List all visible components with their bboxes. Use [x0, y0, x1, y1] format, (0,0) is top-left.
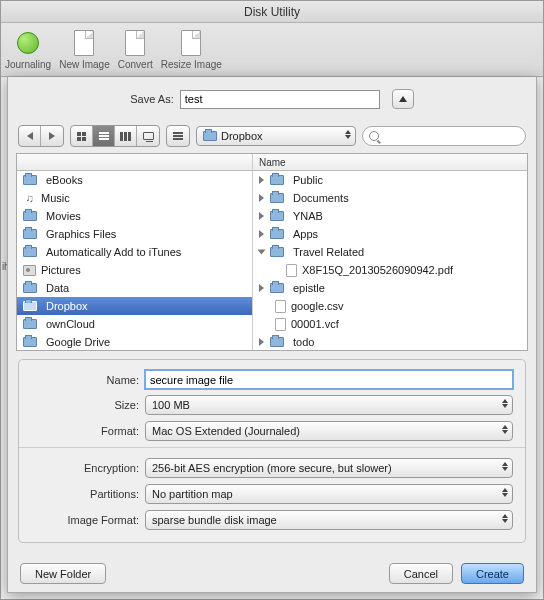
file-name: google.csv: [291, 300, 344, 312]
sidebar-item[interactable]: Data: [17, 279, 252, 297]
folder-icon: [23, 229, 37, 239]
file-row[interactable]: 00001.vcf: [253, 315, 527, 333]
location-popup[interactable]: Dropbox: [196, 126, 356, 146]
sidebar-item[interactable]: Graphics Files: [17, 225, 252, 243]
sidebar-item[interactable]: ownCloud: [17, 315, 252, 333]
sidebar-item-label: Pictures: [41, 264, 81, 276]
folder-icon: [270, 193, 284, 203]
name-label: Name:: [31, 374, 139, 386]
camera-icon: [23, 265, 36, 276]
contents-pane[interactable]: PublicDocumentsYNABAppsTravel RelatedX8F…: [253, 171, 527, 350]
nav-back-forward: [18, 125, 64, 147]
convert-label: Convert: [118, 59, 153, 70]
file-row[interactable]: epistle: [253, 279, 527, 297]
new-folder-button[interactable]: New Folder: [20, 563, 106, 584]
location-label: Dropbox: [221, 130, 263, 142]
file-row[interactable]: Apps: [253, 225, 527, 243]
file-name: 00001.vcf: [291, 318, 339, 330]
search-field[interactable]: [362, 126, 526, 146]
music-icon: [23, 192, 36, 205]
folder-icon: [270, 247, 284, 257]
file-row[interactable]: X8F15Q_20130526090942.pdf: [253, 261, 527, 279]
size-popup[interactable]: 100 MB: [145, 395, 513, 415]
new-image-tool[interactable]: New Image: [59, 29, 110, 70]
arrange-icon: [173, 132, 183, 140]
new-image-icon: [74, 30, 94, 56]
cancel-button[interactable]: Cancel: [389, 563, 453, 584]
sidebar-item[interactable]: Movies: [17, 207, 252, 225]
sidebar-item-label: Graphics Files: [46, 228, 116, 240]
sidebar-item-label: Data: [46, 282, 69, 294]
file-icon: [275, 318, 286, 331]
arrange-button[interactable]: [167, 126, 189, 146]
sidebar-item[interactable]: Pictures: [17, 261, 252, 279]
sidebar-item-label: Google Drive: [46, 336, 110, 348]
list-view-button[interactable]: [93, 126, 115, 146]
new-image-label: New Image: [59, 59, 110, 70]
disclosure-triangle-icon[interactable]: [258, 250, 266, 255]
file-name: YNAB: [293, 210, 323, 222]
back-button[interactable]: [19, 126, 41, 146]
sidebar-item[interactable]: eBooks: [17, 171, 252, 189]
sidebar-item[interactable]: Dropbox: [17, 297, 252, 315]
file-name: Documents: [293, 192, 349, 204]
forward-button[interactable]: [41, 126, 63, 146]
name-column-header[interactable]: Name: [253, 154, 527, 170]
name-input[interactable]: [145, 370, 513, 389]
disclosure-triangle-icon[interactable]: [259, 194, 264, 202]
grid-icon: [77, 132, 86, 141]
partitions-popup[interactable]: No partition map: [145, 484, 513, 504]
sidebar-item[interactable]: Automatically Add to iTunes: [17, 243, 252, 261]
coverflow-view-button[interactable]: [137, 126, 159, 146]
image-format-popup[interactable]: sparse bundle disk image: [145, 510, 513, 530]
icon-view-button[interactable]: [71, 126, 93, 146]
collapse-button[interactable]: [392, 89, 414, 109]
partitions-label: Partitions:: [31, 488, 139, 500]
column-view-button[interactable]: [115, 126, 137, 146]
file-name: Public: [293, 174, 323, 186]
folder-icon: [23, 247, 37, 257]
resize-label: Resize Image: [161, 59, 222, 70]
disclosure-triangle-icon[interactable]: [259, 176, 264, 184]
convert-icon: [125, 30, 145, 56]
arrange-segment: [166, 125, 190, 147]
save-as-label: Save As:: [130, 93, 173, 105]
file-row[interactable]: Documents: [253, 189, 527, 207]
file-name: X8F15Q_20130526090942.pdf: [302, 264, 453, 276]
disclosure-triangle-icon[interactable]: [259, 212, 264, 220]
divider: [19, 447, 525, 448]
create-button[interactable]: Create: [461, 563, 524, 584]
footer: New Folder Cancel Create: [20, 563, 524, 584]
journaling-tool[interactable]: Journaling: [5, 29, 51, 70]
format-popup[interactable]: Mac OS Extended (Journaled): [145, 421, 513, 441]
file-row[interactable]: YNAB: [253, 207, 527, 225]
file-row[interactable]: Travel Related: [253, 243, 527, 261]
sidebar-pane[interactable]: eBooksMusicMoviesGraphics FilesAutomatic…: [17, 171, 253, 350]
file-row[interactable]: Public: [253, 171, 527, 189]
sidebar-item-label: ownCloud: [46, 318, 95, 330]
file-row[interactable]: todo: [253, 333, 527, 350]
size-label: Size:: [31, 399, 139, 411]
disclosure-triangle-icon[interactable]: [259, 284, 264, 292]
folder-icon: [270, 229, 284, 239]
disclosure-triangle-icon[interactable]: [259, 230, 264, 238]
titlebar[interactable]: Disk Utility: [1, 1, 543, 23]
file-name: epistle: [293, 282, 325, 294]
file-row[interactable]: google.csv: [253, 297, 527, 315]
columns-icon: [120, 132, 131, 141]
resize-image-tool[interactable]: Resize Image: [161, 29, 222, 70]
sidebar-item[interactable]: Google Drive: [17, 333, 252, 350]
format-label: Format:: [31, 425, 139, 437]
convert-tool[interactable]: Convert: [118, 29, 153, 70]
sidebar-item[interactable]: Music: [17, 189, 252, 207]
journaling-label: Journaling: [5, 59, 51, 70]
disclosure-triangle-icon[interactable]: [259, 338, 264, 346]
main-toolbar: Journaling New Image Convert Resize Imag…: [1, 23, 543, 77]
folder-icon: [203, 131, 217, 141]
encryption-popup[interactable]: 256-bit AES encryption (more secure, but…: [145, 458, 513, 478]
coverflow-icon: [143, 132, 154, 140]
save-as-input[interactable]: [180, 90, 380, 109]
folder-icon: [23, 337, 37, 347]
file-name: Travel Related: [293, 246, 364, 258]
chevron-left-icon: [27, 132, 33, 140]
